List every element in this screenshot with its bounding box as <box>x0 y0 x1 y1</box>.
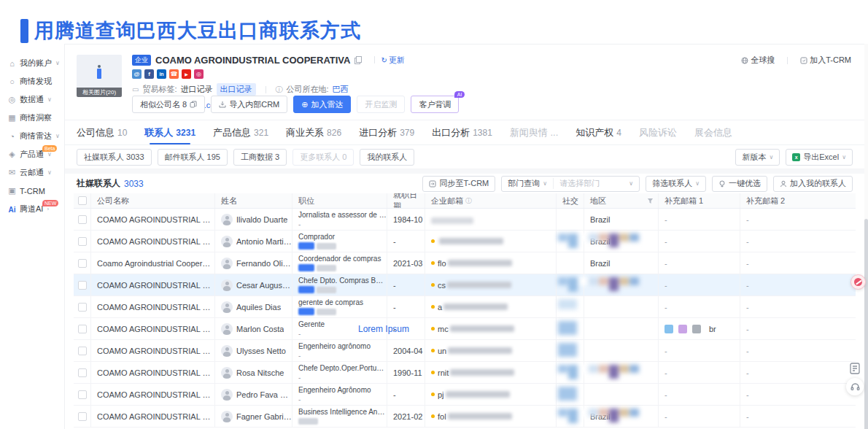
optimize-icon <box>718 180 726 188</box>
sidebar-item[interactable]: 腾道AI NEW › <box>0 200 64 218</box>
contact-name[interactable]: Rosa Nitsche <box>236 368 284 377</box>
contact-name[interactable]: Cesar Augusto Silva <box>236 281 292 290</box>
row-company[interactable]: COAMO AGROINDUSTRIAL COOPERAT... <box>97 325 214 333</box>
social-icon[interactable] <box>144 69 154 79</box>
add-my-contacts-button[interactable]: 加入我的联系人 <box>773 176 853 192</box>
tab[interactable]: 新闻舆情 ... <box>510 120 558 144</box>
tab[interactable]: 展会信息 <box>694 120 732 144</box>
row-company[interactable]: COAMO AGROINDUSTRIAL COOPERAT... <box>97 412 214 421</box>
social-icon[interactable] <box>194 69 204 79</box>
tab[interactable]: 出口分析 1381 <box>432 120 492 144</box>
sidebar-item-label: 我的账户 <box>20 58 52 69</box>
row-company[interactable]: COAMO AGROINDUSTRIAL COOPERAT... <box>97 281 214 290</box>
company-photo[interactable]: 相关图片(20) <box>77 55 122 97</box>
import-crm-button[interactable]: 导入内部CRM <box>211 96 287 113</box>
sidebar-item[interactable]: 商情雷达 ∨ <box>0 127 64 145</box>
row-company[interactable]: COAMO AGROINDUSTRIAL COOPERAT... <box>97 368 214 377</box>
version-select[interactable]: 新版本∨ <box>735 149 780 166</box>
department-query-button[interactable]: 部门查询∨ <box>502 178 553 189</box>
sidebar-item[interactable]: 云邮通 ∨ <box>0 163 64 182</box>
contact-name[interactable]: Aquiles Dias <box>236 303 281 312</box>
contact-type-chip[interactable]: 我的联系人 <box>360 149 414 166</box>
filter-funnel-icon[interactable] <box>647 198 654 204</box>
filter-contacts-button[interactable]: 筛选联系人∨ <box>646 176 706 192</box>
export-record-tag[interactable]: 出口记录 <box>217 83 256 96</box>
row-checkbox[interactable] <box>78 215 87 224</box>
chevron-icon: ∨ <box>55 133 60 139</box>
department-select[interactable]: 请选择部门∨ <box>553 178 639 189</box>
sidebar-item[interactable]: 商情洞察 <box>0 109 64 127</box>
add-radar-button[interactable]: ⊕ 加入雷达 <box>293 96 351 113</box>
row-checkbox[interactable] <box>78 368 87 377</box>
tab[interactable]: 联系人 3231 <box>144 120 195 144</box>
floating-feedback-button[interactable] <box>850 274 866 290</box>
tab[interactable]: 进口分析 379 <box>359 120 414 144</box>
contact-name[interactable]: Pedro Fava Junior <box>236 390 292 399</box>
contact-type-chip[interactable]: 工商数据 3 <box>233 149 287 166</box>
row-company[interactable]: COAMO AGROINDUSTRIAL COOPERAT... <box>97 303 214 312</box>
add-tcrm-button[interactable]: 加入T-CRM <box>800 55 851 66</box>
row-company[interactable]: COAMO AGROINDUSTRIAL COOPERAT... <box>97 347 214 355</box>
contact-name[interactable]: Antonio Martins <box>236 237 292 246</box>
contact-name[interactable]: Fernando Oliveira <box>236 259 292 268</box>
row-company[interactable]: COAMO AGROINDUSTRIAL COOPERAT... <box>97 215 214 224</box>
email-prefix: mc <box>438 325 449 333</box>
sidebar-item[interactable]: T-CRM <box>0 182 64 200</box>
monitor-button[interactable]: 开启监测 <box>357 96 405 113</box>
row-checkbox[interactable] <box>78 259 87 268</box>
email-status-dot <box>431 261 435 265</box>
info-icon[interactable]: ⓘ <box>465 196 472 206</box>
import-record-tag[interactable]: 进口记录 <box>181 84 213 95</box>
floating-form-icon[interactable] <box>848 362 861 375</box>
floating-support-button[interactable] <box>846 378 864 395</box>
contact-type-chip[interactable]: 社媒联系人 3033 <box>77 149 152 166</box>
social-icon[interactable] <box>169 69 179 79</box>
copy-icon[interactable] <box>354 56 361 63</box>
row-checkbox[interactable] <box>78 412 87 421</box>
social-icon[interactable] <box>182 69 191 79</box>
tab[interactable]: 风险诉讼 <box>639 120 677 144</box>
select-all-checkbox[interactable] <box>78 196 87 205</box>
contact-name[interactable]: Ulysses Netto <box>236 347 286 355</box>
sidebar-item[interactable]: 产品通 Beta ∨ <box>0 145 64 163</box>
social-icon[interactable] <box>132 69 142 79</box>
chevron-down-icon: ∨ <box>629 180 633 187</box>
refresh-button[interactable]: ↻更新 <box>381 55 404 66</box>
row-checkbox[interactable] <box>78 325 87 333</box>
sidebar-item[interactable]: 商情发现 <box>0 72 64 90</box>
contact-name[interactable]: Marlon Costa <box>236 325 284 333</box>
global-search-button[interactable]: 全球搜 <box>741 55 775 66</box>
tab[interactable]: 产品信息 321 <box>213 120 268 144</box>
row-checkbox[interactable] <box>78 303 87 312</box>
tab[interactable]: 商业关系 826 <box>286 120 341 144</box>
contact-name[interactable]: Fagner Gabriel Custodio de ... <box>236 412 292 421</box>
sidebar-item[interactable]: 我的账户 ∨ <box>0 54 64 72</box>
row-checkbox[interactable] <box>78 281 87 290</box>
tab[interactable]: 知识产权 4 <box>576 120 621 144</box>
contact-name[interactable]: Ilivaldo Duarte <box>236 215 287 224</box>
region <box>584 318 659 339</box>
row-checkbox[interactable] <box>78 390 87 399</box>
tab-count: 4 <box>616 128 621 138</box>
row-company[interactable]: COAMO AGROINDUSTRIAL COOPERAT... <box>97 390 214 399</box>
contact-type-chip[interactable]: 邮件联系人 195 <box>158 149 228 166</box>
tab[interactable]: 公司信息 10 <box>77 120 127 144</box>
sidebar-item[interactable]: 数据通 ∨ <box>0 90 64 109</box>
row-company[interactable]: Coamo Agroindustrial Cooperativa <box>97 259 214 268</box>
row-company[interactable]: COAMO AGROINDUSTRIAL COOPERAT... <box>97 237 214 246</box>
sidebar-item-label: T-CRM <box>20 187 45 196</box>
scrollbar-thumb[interactable] <box>864 219 868 429</box>
email-blurred <box>446 391 510 398</box>
background-check-button[interactable]: 客户背调 AI <box>411 96 459 113</box>
row-checkbox[interactable] <box>78 347 87 355</box>
sync-tcrm-button[interactable]: 同步至T-CRM <box>422 176 495 192</box>
sidebar-item-icon <box>7 205 18 214</box>
row-checkbox[interactable] <box>78 237 87 246</box>
similar-company-button[interactable]: 相似公司名 8 <box>132 96 205 113</box>
one-click-optimize-button[interactable]: 一键优选 <box>712 176 767 192</box>
social-icon[interactable] <box>157 69 166 79</box>
contact-type-chip[interactable]: 更多联系人 0 <box>292 149 354 166</box>
job-title: Jornalista e assessor de Comunicação <box>298 211 387 220</box>
lorem-overlay-text: Lorem Ipsum <box>358 324 409 334</box>
export-excel-button[interactable]: 导出Excel∨ <box>786 149 853 166</box>
